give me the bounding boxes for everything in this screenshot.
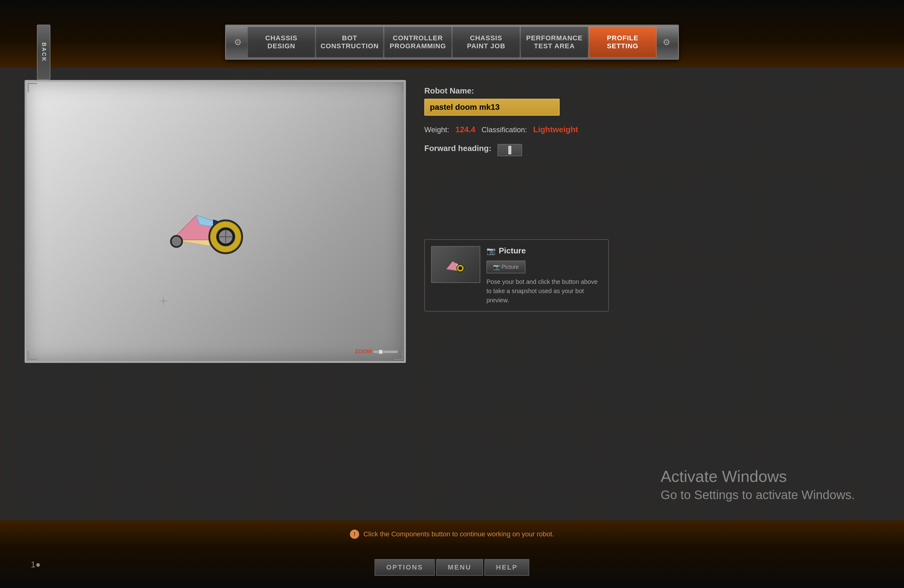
picture-panel: 📷 Picture 📷 Picture Pose your bot and cl… [424, 239, 609, 311]
corner-indicator: 1● [31, 560, 41, 569]
tab-controller-programming[interactable]: CONTROLLERPROGRAMMING [384, 27, 452, 57]
tab-chassis-design-label: CHASSISDESIGN [266, 34, 298, 51]
bottom-nav-options[interactable]: OPTIONS [375, 559, 435, 576]
robot-name-label: Robot Name: [424, 86, 879, 96]
classification-label: Classification: [482, 125, 527, 134]
tab-bot-construction-label: BOTCONSTRUCTION [321, 34, 379, 51]
heading-handle [508, 146, 511, 154]
forward-heading-label: Forward heading: [424, 144, 492, 153]
navbar: ⚙ CHASSISDESIGN BOTCONSTRUCTION CONTROLL… [225, 25, 679, 60]
weight-value: 124.4 [455, 125, 476, 134]
status-bar: ! Click the Components button to continu… [350, 530, 554, 539]
classification-value: Lightweight [533, 125, 578, 134]
activate-windows-title: Activate Windows [661, 467, 855, 485]
status-message: Click the Components button to continue … [363, 530, 554, 538]
robot-display [147, 185, 246, 258]
robot-viewport[interactable]: ZOOM [25, 80, 406, 363]
picture-description: Pose your bot and click the button above… [487, 277, 602, 305]
tab-bot-construction[interactable]: BOTCONSTRUCTION [316, 27, 383, 57]
picture-title-text: Picture [499, 246, 526, 256]
zoom-slider[interactable] [373, 351, 398, 353]
main-content: ZOOM Robot Name: Weight: 124.4 Classific… [0, 68, 904, 520]
picture-info: 📷 Picture 📷 Picture Pose your bot and cl… [487, 246, 602, 305]
corner-indicator-text: 1● [31, 560, 41, 569]
svg-point-19 [458, 266, 462, 270]
camera-icon: 📷 [487, 247, 496, 255]
zoom-label: ZOOM [355, 348, 371, 355]
tab-chassis-design[interactable]: CHASSISDESIGN [248, 27, 315, 57]
status-icon: ! [350, 530, 359, 539]
viewport-corner-tr [394, 83, 403, 92]
left-gear-icon: ⚙ [228, 27, 247, 57]
bottom-nav-menu[interactable]: MENU [436, 559, 483, 576]
bottom-nav-help[interactable]: HELP [484, 559, 529, 576]
tab-chassis-paint-job[interactable]: CHASSISPAINT JOB [452, 27, 520, 57]
tab-controller-programming-label: CONTROLLERPROGRAMMING [390, 34, 446, 51]
picture-thumbnail [431, 246, 480, 283]
right-gear-icon: ⚙ [657, 27, 676, 57]
bottom-nav: OPTIONS MENU HELP [375, 559, 529, 576]
take-picture-button[interactable]: 📷 Picture [487, 261, 525, 273]
zoom-handle[interactable] [378, 349, 383, 354]
crosshair-cursor [159, 296, 168, 306]
activate-windows-watermark: Activate Windows Go to Settings to activ… [661, 467, 855, 502]
svg-marker-16 [446, 261, 456, 270]
tab-performance-test-area-label: PERFORMANCETEST AREA [526, 34, 582, 51]
robot-name-input[interactable] [424, 99, 559, 115]
zoom-control[interactable]: ZOOM [355, 348, 398, 355]
picture-title-row: 📷 Picture [487, 246, 602, 256]
right-panel: Robot Name: Weight: 124.4 Classification… [424, 80, 879, 311]
activate-windows-sub: Go to Settings to activate Windows. [661, 488, 855, 502]
tab-profile-setting[interactable]: PROFILESETTING [589, 27, 656, 57]
stats-row: Weight: 124.4 Classification: Lightweigh… [424, 125, 879, 134]
forward-heading-section: Forward heading: [424, 144, 879, 156]
tab-chassis-paint-job-label: CHASSISPAINT JOB [467, 34, 506, 51]
heading-slider[interactable] [498, 144, 522, 156]
svg-point-11 [172, 237, 182, 247]
viewport-corner-bl [28, 351, 37, 360]
tab-performance-test-area[interactable]: PERFORMANCETEST AREA [521, 27, 588, 57]
viewport-corner-tl [28, 83, 37, 92]
robot-name-section: Robot Name: [424, 86, 879, 115]
back-button[interactable]: BACK [37, 25, 51, 80]
tab-profile-setting-label: PROFILESETTING [607, 34, 638, 51]
back-label: BACK [41, 43, 47, 62]
weight-label: Weight: [424, 125, 449, 134]
